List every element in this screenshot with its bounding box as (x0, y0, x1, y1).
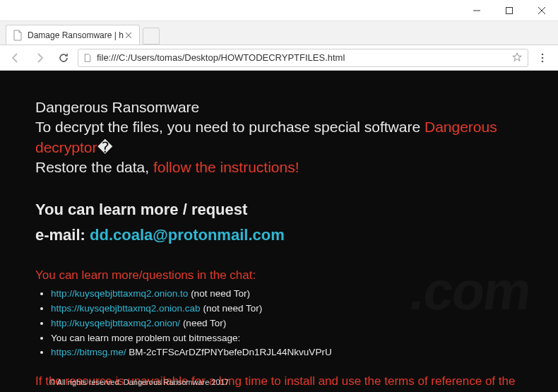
new-tab-button[interactable] (143, 28, 160, 44)
omnibox[interactable]: file:///C:/Users/tomas/Desktop/HOWTODECR… (78, 49, 528, 67)
window-controls (461, 0, 558, 20)
address-bar: file:///C:/Users/tomas/Desktop/HOWTODECR… (0, 45, 558, 71)
heading-line3b: follow the instructions! (153, 159, 299, 175)
onion-link[interactable]: http://kuysqebjbttaxmq2.onion/ (51, 318, 180, 328)
links-list: http://kuysqebjbttaxmq2.onion.to (not ne… (35, 287, 523, 361)
svg-point-7 (542, 57, 544, 59)
bookmark-star-icon[interactable] (512, 52, 523, 64)
file-icon (83, 53, 93, 63)
file-icon (12, 30, 23, 41)
onion-link[interactable]: http://kuysqebjbttaxmq2.onion.to (51, 288, 188, 299)
bitmessage-label: You can learn more problem out bitmessag… (51, 333, 240, 343)
heading-line1: Dangerous Ransomware (35, 99, 199, 115)
ransom-heading: Dangerous Ransomware To decrypt the file… (35, 97, 523, 177)
tab-strip: Damage Ransomware | h (0, 21, 558, 45)
svg-point-6 (542, 53, 544, 55)
list-item: https://bitmsg.me/ BM-2cTFScArDZfPNYbefe… (51, 345, 523, 360)
browser-tab[interactable]: Damage Ransomware | h (6, 25, 140, 44)
link-note: (not need Tor) (201, 303, 263, 314)
page-viewport: .com Dangerous Ransomware To decrypt the… (0, 71, 558, 392)
list-item: http://kuysqebjbttaxmq2.onion.to (not ne… (51, 287, 523, 302)
forward-button[interactable] (30, 48, 49, 68)
page-content: Dangerous Ransomware To decrypt the file… (0, 71, 558, 390)
link-note: (not need Tor) (188, 288, 250, 299)
heading-line2a: To decrypt the files, you need to purcha… (35, 119, 425, 135)
list-item: http://kuysqebjbttaxmq2.onion/ (need Tor… (51, 316, 523, 331)
window-titlebar (0, 0, 558, 21)
minimize-button[interactable] (461, 0, 493, 21)
close-button[interactable] (526, 0, 558, 21)
browser-menu-button[interactable] (533, 48, 552, 68)
contact-email[interactable]: dd.coala@protonmail.com (90, 226, 285, 244)
link-note: (need Tor) (180, 318, 226, 328)
svg-point-8 (542, 60, 544, 62)
onion-link[interactable]: https://kuysqebjbttaxmq2.onion.cab (51, 303, 201, 314)
bitmsg-address: BM-2cTFScArDZfPNYbefeDn1RJL44NkvuVPrU (126, 347, 332, 357)
copyright-text: © All rights reserved. Dangerous Ransomw… (49, 378, 229, 386)
back-button[interactable] (6, 48, 25, 68)
tab-title: Damage Ransomware | h (28, 30, 124, 40)
list-item: You can learn more problem out bitmessag… (51, 331, 523, 346)
svg-rect-1 (506, 8, 513, 14)
reload-button[interactable] (54, 48, 73, 68)
bitmsg-link[interactable]: https://bitmsg.me/ (51, 347, 126, 357)
email-label: e-mail: (35, 226, 90, 244)
heading-diamond: � (97, 139, 113, 155)
url-text: file:///C:/Users/tomas/Desktop/HOWTODECR… (97, 52, 508, 63)
chat-heading: You can learn more/questions in the chat… (35, 268, 523, 283)
heading-line3a: Restore the data, (35, 159, 153, 175)
contact-block: You can learn more / request e-mail: dd.… (35, 197, 523, 247)
list-item: https://kuysqebjbttaxmq2.onion.cab (not … (51, 302, 523, 316)
tab-close-icon[interactable] (124, 30, 133, 40)
maximize-button[interactable] (493, 0, 526, 21)
learn-more-text: You can learn more / request (35, 197, 523, 222)
